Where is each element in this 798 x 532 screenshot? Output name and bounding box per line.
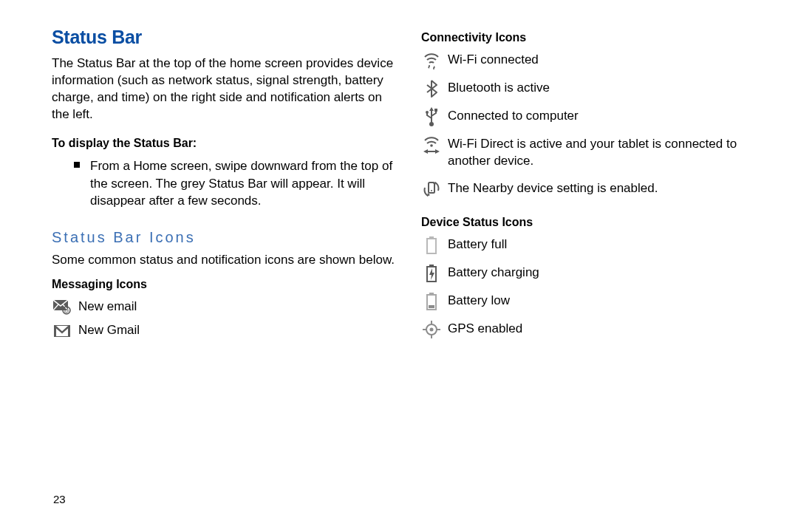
row-wifi: Wi-Fi connected	[421, 52, 768, 69]
status-bar-intro: The Status Bar at the top of the home sc…	[52, 55, 399, 123]
bluetooth-label: Bluetooth is active	[448, 80, 768, 97]
row-new-email: @ New email	[52, 299, 399, 316]
svg-text:@: @	[64, 308, 69, 313]
svg-marker-30	[429, 268, 434, 280]
wifi-label: Wi-Fi connected	[448, 52, 768, 69]
svg-point-17	[430, 144, 433, 147]
row-battery-full: Battery full	[421, 236, 768, 254]
wifi-direct-icon	[421, 136, 442, 154]
device-status-header: Device Status Icons	[421, 216, 768, 229]
gps-icon	[421, 321, 442, 338]
new-gmail-label: New Gmail	[78, 322, 399, 339]
new-email-icon: @	[52, 299, 72, 316]
svg-marker-14	[429, 107, 434, 111]
svg-marker-20	[435, 149, 440, 154]
display-status-bar-header: To display the Status Bar:	[52, 137, 399, 150]
right-column: Connectivity Icons Wi-Fi connected	[421, 27, 768, 349]
svg-rect-7	[68, 325, 70, 337]
nearby-label: The Nearby device setting is enabled.	[448, 180, 768, 197]
new-email-label: New email	[78, 299, 399, 316]
row-new-gmail: New Gmail	[52, 322, 399, 340]
row-battery-charging: Battery charging	[421, 265, 768, 282]
manual-page: Status Bar The Status Bar at the top of …	[0, 0, 798, 364]
usb-label: Connected to computer	[448, 108, 768, 125]
usb-icon	[421, 108, 442, 126]
battery-charging-icon	[421, 265, 442, 282]
svg-rect-6	[54, 325, 56, 337]
bullet-text: From a Home screen, swipe downward from …	[90, 157, 399, 210]
status-bar-icons-intro: Some common status and notification icon…	[52, 252, 399, 269]
gps-label: GPS enabled	[448, 321, 768, 338]
wifi-icon	[421, 52, 442, 69]
bullet-square-icon	[74, 162, 80, 168]
row-gps: GPS enabled	[421, 321, 768, 338]
svg-rect-33	[429, 305, 434, 308]
svg-rect-27	[427, 239, 436, 253]
subsection-status-bar-icons: Status Bar Icons	[52, 229, 399, 246]
svg-rect-16	[434, 109, 437, 112]
battery-full-label: Battery full	[448, 236, 768, 253]
row-bluetooth: Bluetooth is active	[421, 80, 768, 98]
svg-marker-18	[423, 149, 428, 154]
wifi-direct-label: Wi-Fi Direct is active and your tablet i…	[448, 136, 768, 170]
battery-low-label: Battery low	[448, 293, 768, 310]
battery-low-icon	[421, 293, 442, 310]
left-column: Status Bar The Status Bar at the top of …	[52, 27, 399, 349]
row-battery-low: Battery low	[421, 293, 768, 310]
svg-point-35	[430, 327, 434, 331]
connectivity-icons-header: Connectivity Icons	[421, 31, 768, 44]
nearby-device-icon	[421, 180, 442, 198]
row-wifi-direct: Wi-Fi Direct is active and your tablet i…	[421, 136, 768, 170]
bullet-row: From a Home screen, swipe downward from …	[74, 157, 399, 210]
new-gmail-icon	[52, 322, 72, 340]
svg-point-15	[426, 111, 429, 114]
messaging-icons-header: Messaging Icons	[52, 278, 399, 291]
battery-full-icon	[421, 236, 442, 254]
section-title-status-bar: Status Bar	[52, 27, 399, 48]
bluetooth-icon	[421, 80, 442, 98]
row-usb: Connected to computer	[421, 108, 768, 126]
battery-charging-label: Battery charging	[448, 265, 768, 282]
row-nearby: The Nearby device setting is enabled.	[421, 180, 768, 198]
svg-point-23	[431, 190, 432, 191]
page-number: 23	[53, 493, 66, 505]
